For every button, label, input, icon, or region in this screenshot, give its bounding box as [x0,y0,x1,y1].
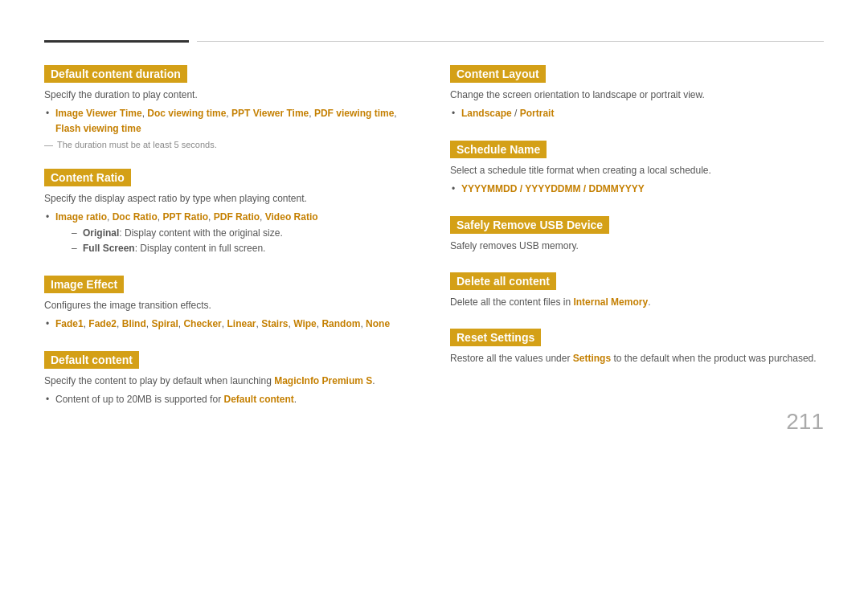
bullets-image-effect: Fade1, Fade2, Blind, Spiral, Checker, Li… [44,317,418,332]
link-image-ratio: Image ratio [55,211,107,223]
section-content-layout: Content Layout Change the screen orienta… [450,65,824,121]
page-number: 211 [786,409,824,435]
section-image-effect: Image Effect Configures the image transi… [44,276,418,332]
section-reset-settings: Reset Settings Restore all the values un… [450,329,824,366]
link-portrait: Portrait [520,108,555,119]
sub-list-content-ratio: Original: Display content with the origi… [55,226,418,256]
left-column: Default content duration Specify the dur… [44,65,418,427]
divider-left [44,40,189,43]
link-ppt-ratio: PPT Ratio [162,211,208,223]
label-original: Original [83,227,119,239]
list-item: Full Screen: Display content in full scr… [72,241,418,256]
desc-content-layout: Change the screen orientation to landsca… [450,88,824,102]
section-title-default-content-duration: Default content duration [44,65,187,83]
section-title-schedule-name: Schedule Name [450,141,547,158]
top-divider [44,40,824,43]
section-content-ratio: Content Ratio Specify the display aspect… [44,169,418,256]
link-linear: Linear [227,318,256,329]
desc-reset-settings: Restore all the values under Settings to… [450,351,824,366]
link-none: None [366,318,390,329]
divider-right [197,41,824,42]
link-wipe: Wipe [293,318,317,329]
list-item: Image ratio, Doc Ratio, PPT Ratio, PDF R… [44,210,418,256]
link-video-ratio: Video Ratio [265,211,318,223]
bullets-content-layout: Landscape / Portrait [450,106,824,121]
section-delete-all-content: Delete all content Delete all the conten… [450,272,824,309]
link-internal-memory: Internal Memory [573,296,648,308]
section-schedule-name: Schedule Name Select a schedule title fo… [450,141,824,197]
link-fade2: Fade2 [88,318,117,329]
desc-default-content: Specify the content to play by default w… [44,374,418,388]
section-title-reset-settings: Reset Settings [450,329,541,346]
list-item: Landscape / Portrait [450,106,824,121]
list-item: Image Viewer Time, Doc viewing time, PPT… [44,106,418,137]
link-pdf-ratio: PDF Ratio [214,211,260,223]
section-title-delete-all-content: Delete all content [450,272,556,290]
link-doc-viewing-time: Doc viewing time [147,108,226,119]
link-stairs: Stairs [261,318,288,329]
link-magicinfo: MagicInfo Premium S [274,375,372,386]
link-image-viewer-time: Image Viewer Time [55,108,142,119]
note-default-content-duration: The duration must be at least 5 seconds. [44,140,418,149]
section-title-image-effect: Image Effect [44,276,124,293]
desc-schedule-name: Select a schedule title format when crea… [450,163,824,178]
list-item: Original: Display content with the origi… [72,226,418,241]
link-doc-ratio: Doc Ratio [113,211,158,223]
link-date-formats: YYYYMMDD / YYYYDDMM / DDMMYYYY [461,183,645,194]
list-item: Fade1, Fade2, Blind, Spiral, Checker, Li… [44,317,418,332]
section-safely-remove-usb: Safely Remove USB Device Safely removes … [450,216,824,253]
label-full-screen: Full Screen [83,243,135,254]
link-pdf-viewing-time: PDF viewing time [314,108,394,119]
bullets-schedule-name: YYYYMMDD / YYYYDDMM / DDMMYYYY [450,182,824,197]
link-fade1: Fade1 [55,318,84,329]
bullets-content-ratio: Image ratio, Doc Ratio, PPT Ratio, PDF R… [44,210,418,256]
section-title-safely-remove-usb: Safely Remove USB Device [450,216,609,234]
desc-delete-all-content: Delete all the content files in Internal… [450,295,824,309]
bullets-default-content-duration: Image Viewer Time, Doc viewing time, PPT… [44,106,418,137]
link-spiral: Spiral [151,318,178,329]
two-column-layout: Default content duration Specify the dur… [44,65,824,427]
section-title-default-content: Default content [44,351,139,369]
link-checker: Checker [183,318,221,329]
link-default-content: Default content [223,394,293,405]
right-column: Content Layout Change the screen orienta… [450,65,824,427]
desc-safely-remove-usb: Safely removes USB memory. [450,239,824,253]
section-title-content-layout: Content Layout [450,65,546,83]
desc-default-content-duration: Specify the duration to play content. [44,88,418,102]
link-settings: Settings [573,353,611,364]
page-container: Default content duration Specify the dur… [0,0,868,459]
bullets-default-content: Content of up to 20MB is supported for D… [44,392,418,407]
list-item: YYYYMMDD / YYYYDDMM / DDMMYYYY [450,182,824,197]
desc-image-effect: Configures the image transition effects. [44,298,418,313]
link-flash-viewing-time: Flash viewing time [55,123,141,134]
desc-content-ratio: Specify the display aspect ratio by type… [44,191,418,206]
link-random: Random [321,318,360,329]
list-item: Content of up to 20MB is supported for D… [44,392,418,407]
section-default-content: Default content Specify the content to p… [44,351,418,407]
section-default-content-duration: Default content duration Specify the dur… [44,65,418,149]
section-title-content-ratio: Content Ratio [44,169,131,186]
link-blind: Blind [122,318,146,329]
link-landscape: Landscape [461,108,512,119]
link-ppt-viewer-time: PPT Viewer Time [231,108,309,119]
